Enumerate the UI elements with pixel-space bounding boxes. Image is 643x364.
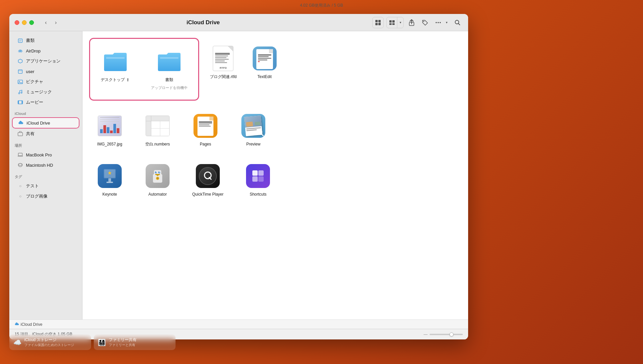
svg-rect-1: [378, 20, 381, 22]
svg-point-12: [440, 22, 441, 23]
minimize-button[interactable]: [22, 20, 27, 25]
automator-name: Automator: [148, 192, 167, 197]
desktop-name: デスクトップ: [101, 77, 125, 83]
applications-icon: [17, 58, 23, 64]
close-button[interactable]: [15, 20, 19, 25]
family-share-card[interactable]: 👨‍👩‍👧‍👦 ファミリー共有 ファミリーと共有: [94, 334, 176, 350]
sidebar-item-tag-test[interactable]: ○ テスト: [12, 181, 79, 191]
pages-icon: [192, 113, 219, 139]
sidebar-item-tag-blog[interactable]: ○ ブログ画像: [12, 191, 79, 201]
sidebar-item-macintosh-hd[interactable]: Macintosh HD: [12, 160, 79, 170]
quicktime-icon: [194, 163, 221, 189]
file-item-pages[interactable]: Pages: [188, 109, 223, 151]
storage-indicator: 4.02 GB使用済み / 5 GB: [300, 3, 343, 8]
more-dropdown-arrow[interactable]: ▾: [444, 17, 450, 28]
blog-rtfd-name: ブログ関連.rtfd: [210, 74, 237, 80]
svg-rect-23: [22, 101, 23, 104]
family-share-label: ファミリー共有: [109, 337, 137, 343]
file-grid-container: デスクトップ ⬆: [82, 31, 468, 319]
file-item-preview[interactable]: Preview: [236, 109, 271, 151]
sidebar-item-pictures[interactable]: ピクチャ: [12, 77, 79, 87]
svg-rect-27: [20, 156, 21, 156]
macintosh-hd-icon: [17, 162, 23, 168]
sidebar-item-macbook[interactable]: MacBook Pro: [12, 150, 79, 160]
sidebar-item-shurui[interactable]: 書類: [12, 36, 79, 46]
file-item-shurui[interactable]: 書類 アップロードを待機中: [147, 44, 192, 94]
svg-rect-31: [160, 57, 179, 59]
file-item-shortcuts[interactable]: Shortcuts: [241, 159, 275, 201]
tag-button[interactable]: [420, 17, 430, 28]
img2657-name: IMG_2657.jpg: [97, 142, 122, 147]
icloud-storage-card[interactable]: ☁️ iCloud ストレージ ファイル保護のためのストレージ: [9, 334, 91, 350]
zoom-min-icon: —: [424, 332, 428, 337]
preview-name: Preview: [246, 142, 261, 147]
svg-rect-24: [18, 133, 23, 136]
macbook-icon: [17, 152, 23, 158]
svg-point-9: [423, 21, 424, 22]
svg-rect-48: [258, 170, 264, 176]
svg-point-41: [156, 172, 157, 173]
sidebar-item-airdrop[interactable]: AirDrop: [12, 46, 79, 56]
svg-point-19: [19, 93, 20, 94]
zoom-slider[interactable]: —: [424, 332, 463, 337]
toolbar: ‹ › iCloud Drive: [9, 14, 468, 31]
file-item-blog-rtfd[interactable]: RTFD ブログ関連.rtfd: [206, 41, 241, 84]
shurui-status: アップロードを待機中: [151, 85, 188, 90]
file-item-quicktime[interactable]: QuickTime Player: [188, 159, 227, 201]
sidebar: 書類 AirDrop アプリケーション: [9, 31, 82, 319]
slider-track[interactable]: [430, 334, 463, 335]
maximize-button[interactable]: [29, 20, 34, 25]
slider-thumb[interactable]: [450, 332, 453, 336]
file-item-keynote[interactable]: Keynote: [92, 159, 127, 201]
search-button[interactable]: [452, 17, 463, 28]
sidebar-section-icloud: iCloud: [9, 108, 82, 117]
svg-rect-2: [375, 23, 378, 25]
file-item-kuuhaku[interactable]: 空白.numbers: [140, 109, 175, 151]
breadcrumb-bar: iCloud Drive: [9, 319, 468, 329]
quicktime-name: QuickTime Player: [192, 192, 223, 197]
view-toggle-group: [372, 17, 384, 28]
preview-app-icon: [240, 113, 267, 139]
file-item-img2657[interactable]: IMG_2657.jpg: [92, 109, 127, 151]
sidebar-item-movies[interactable]: ムービー: [12, 97, 79, 107]
view-grid-button[interactable]: [373, 17, 383, 28]
svg-rect-50: [258, 176, 264, 182]
svg-rect-6: [389, 23, 392, 25]
user-icon: [17, 68, 23, 74]
airdrop-icon: [17, 48, 23, 54]
svg-point-29: [18, 163, 22, 165]
sidebar-item-applications[interactable]: アプリケーション: [12, 56, 79, 66]
sidebar-item-music[interactable]: ミュージック: [12, 87, 79, 97]
sidebar-label-movies: ムービー: [26, 99, 43, 105]
file-item-desktop[interactable]: デスクトップ ⬆: [97, 44, 134, 94]
family-share-sub: ファミリーと共有: [109, 343, 137, 347]
svg-point-18: [19, 81, 20, 82]
sidebar-label-tag-test: テスト: [26, 183, 39, 189]
breadcrumb-text: iCloud Drive: [21, 322, 42, 327]
sidebar-item-shared[interactable]: 共有: [12, 129, 79, 139]
view-options-group: ▾: [386, 17, 404, 28]
traffic-lights: [15, 20, 34, 25]
pages-name: Pages: [200, 142, 211, 147]
toolbar-title: iCloud Drive: [37, 19, 369, 26]
textedit-icon: [251, 45, 278, 72]
more-button[interactable]: [433, 17, 444, 28]
finder-window: ‹ › iCloud Drive: [9, 14, 468, 339]
selected-files-group: デスクトップ ⬆: [89, 38, 199, 101]
view-options-button[interactable]: [387, 17, 397, 28]
svg-rect-49: [252, 176, 258, 182]
file-item-automator[interactable]: Automator: [140, 159, 175, 201]
blog-rtfd-icon: RTFD: [210, 45, 236, 72]
view-options-dropdown[interactable]: ▾: [397, 17, 403, 28]
img2657-icon: [96, 113, 123, 139]
toolbar-actions: ▾ ▾: [372, 17, 463, 28]
file-item-textedit[interactable]: TextEdit: [247, 41, 282, 84]
family-share-content: ファミリー共有 ファミリーと共有: [109, 337, 137, 347]
sidebar-item-user[interactable]: user: [12, 66, 79, 76]
breadcrumb-cloud-icon: [15, 322, 19, 327]
icloud-drive-icon: [18, 120, 24, 126]
sidebar-section-tags: タグ: [9, 170, 82, 181]
sidebar-item-icloud-drive[interactable]: iCloud Drive: [12, 117, 79, 129]
share-button[interactable]: [406, 17, 417, 28]
svg-rect-30: [106, 57, 125, 59]
